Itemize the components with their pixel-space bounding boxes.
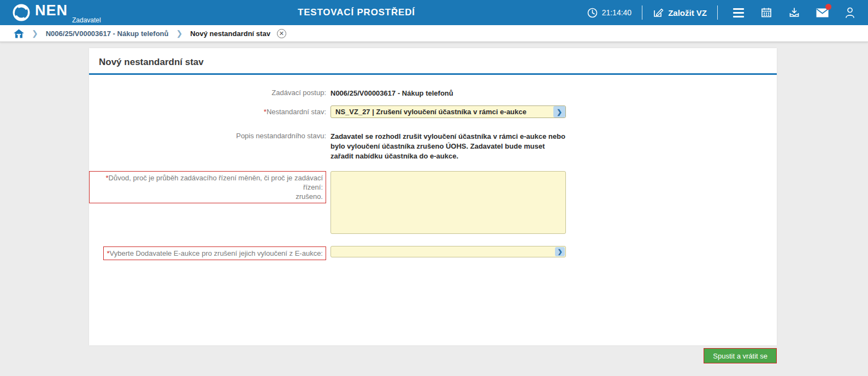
page-title: Nový nestandardní stav bbox=[92, 57, 773, 73]
dodavatele-label: Vyberte Dodavatele E-aukce pro zrušení j… bbox=[110, 249, 323, 257]
nen-logo-icon bbox=[12, 3, 31, 22]
server-time: 21:14:40 bbox=[602, 8, 632, 17]
dodavatele-label-box: *Vyberte Dodavatele E-aukce pro zrušení … bbox=[103, 246, 326, 260]
nestandardni-stav-label: *Nestandardní stav: bbox=[264, 107, 326, 116]
chevron-down-icon[interactable]: ❯ bbox=[553, 106, 565, 118]
form-panel: Nový nestandardní stav Zadávací postup: … bbox=[89, 48, 777, 345]
nestandardni-stav-select[interactable]: NS_VZ_27 | Zrušení vyloučení účastníka v… bbox=[330, 105, 566, 118]
hamburger-icon bbox=[733, 8, 744, 17]
nen-logo[interactable]: NEN Zadavatel bbox=[12, 2, 68, 22]
logo-subtitle: Zadavatel bbox=[72, 16, 101, 24]
form-body: Zadávací postup: N006/25/V00003617 - Nák… bbox=[89, 75, 777, 260]
clock-icon bbox=[587, 8, 598, 18]
zadavaci-postup-label: Zadávací postup: bbox=[271, 88, 326, 97]
inbox-download-button[interactable] bbox=[788, 6, 801, 19]
breadcrumb-item-procedure[interactable]: N006/25/V00003617 - Nákup telefonů bbox=[46, 30, 169, 38]
duvod-label-box: *Důvod, proč je průběh zadávacího řízení… bbox=[89, 171, 326, 203]
breadcrumb-separator: ❯ bbox=[32, 29, 38, 38]
edit-icon bbox=[653, 7, 664, 18]
footer-actions: Spustit a vrátit se bbox=[89, 345, 777, 363]
environment-title: TESTOVACÍ PROSTŘEDÍ bbox=[298, 7, 415, 18]
messages-button[interactable] bbox=[816, 6, 829, 19]
field-row-nestandardni-stav: *Nestandardní stav: NS_VZ_27 | Zrušení v… bbox=[89, 105, 777, 118]
logo-text: NEN bbox=[35, 2, 68, 19]
dodavatele-input[interactable] bbox=[331, 246, 555, 257]
breadcrumb-item-current: Nový nestandardní stav bbox=[190, 30, 270, 38]
duvod-textarea[interactable] bbox=[330, 171, 566, 234]
app-header: NEN Zadavatel TESTOVACÍ PROSTŘEDÍ 21:14:… bbox=[0, 0, 868, 25]
clock-group: 21:14:40 bbox=[587, 8, 632, 18]
notification-badge bbox=[825, 4, 831, 10]
download-tray-icon bbox=[788, 7, 800, 19]
header-controls: 21:14:40 Založit VZ bbox=[587, 0, 860, 25]
nestandardni-stav-selected-value: NS_VZ_27 | Zrušení vyloučení účastníka v… bbox=[331, 108, 553, 116]
field-row-dodavatele: *Vyberte Dodavatele E-aukce pro zrušení … bbox=[89, 246, 777, 260]
popis-label: Popis nestandardního stavu: bbox=[236, 131, 326, 140]
popis-value: Zadavatel se rozhodl zrušit vyloučení úč… bbox=[330, 132, 565, 160]
panel-title-row: Nový nestandardní stav bbox=[89, 48, 777, 75]
divider bbox=[642, 5, 642, 20]
calendar-icon bbox=[760, 7, 772, 19]
create-vz-button[interactable]: Založit VZ bbox=[653, 7, 707, 18]
submit-and-return-button[interactable]: Spustit a vrátit se bbox=[704, 348, 777, 363]
field-row-popis: Popis nestandardního stavu: Zadavatel se… bbox=[89, 131, 777, 161]
divider bbox=[717, 5, 718, 20]
close-tab-icon[interactable]: ✕ bbox=[277, 29, 286, 38]
person-icon bbox=[845, 7, 855, 19]
duvod-label: Důvod, proč je průběh zadávacího řízení … bbox=[109, 174, 323, 201]
home-icon[interactable] bbox=[14, 29, 24, 38]
breadcrumb: ❯ N006/25/V00003617 - Nákup telefonů ❯ N… bbox=[0, 25, 868, 42]
breadcrumb-separator: ❯ bbox=[176, 29, 182, 38]
field-row-zadavaci-postup: Zadávací postup: N006/25/V00003617 - Nák… bbox=[89, 87, 777, 98]
create-vz-label: Založit VZ bbox=[668, 8, 707, 17]
zadavaci-postup-value: N006/25/V00003617 - Nákup telefonů bbox=[330, 89, 453, 97]
menu-button[interactable] bbox=[732, 6, 745, 19]
field-row-duvod: *Důvod, proč je průběh zadávacího řízení… bbox=[89, 171, 777, 236]
chevron-right-icon[interactable]: ❯ bbox=[555, 247, 565, 256]
calendar-button[interactable] bbox=[760, 6, 773, 19]
user-profile-button[interactable] bbox=[843, 6, 857, 19]
page-content: Nový nestandardní stav Zadávací postup: … bbox=[0, 42, 868, 376]
dodavatele-lookup-field[interactable]: ❯ bbox=[330, 246, 566, 257]
